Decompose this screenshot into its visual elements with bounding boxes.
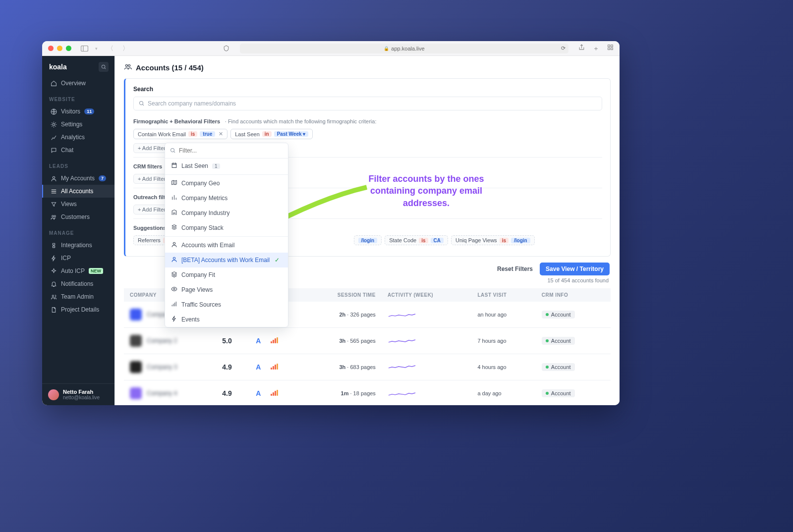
filter-icon <box>50 201 57 208</box>
column-header[interactable]: LAST VISIT <box>471 288 535 302</box>
session-time: 3h · 565 pages <box>303 328 382 354</box>
dropdown-item-company-metrics[interactable]: Company Metrics <box>165 191 288 206</box>
save-view-button[interactable]: Save View / Territory <box>540 263 610 275</box>
sidebar-item-customers[interactable]: Customers <box>42 211 114 223</box>
chat-icon <box>50 147 57 154</box>
dropdown-item-company-industry[interactable]: Company Industry <box>165 206 288 220</box>
svg-line-13 <box>174 152 175 153</box>
crm-status-pill[interactable]: Account <box>542 363 575 371</box>
filter-chip[interactable]: Contain Work Email is true ✕ <box>133 129 227 139</box>
company-logo <box>130 361 142 373</box>
fit-score: 4.9 <box>222 363 231 371</box>
column-header[interactable]: CRM INFO <box>536 288 611 302</box>
intent-grade: A <box>256 389 261 397</box>
sidebar-item-views[interactable]: Views <box>42 198 114 211</box>
window-controls[interactable] <box>48 46 71 51</box>
fit-score: 5.0 <box>222 337 231 345</box>
activity-sparkline <box>382 380 472 406</box>
table-row[interactable]: Company 4 4.9 A 1m · 18 pages a day ago … <box>124 380 611 406</box>
sidebar-item-auto-icp[interactable]: Auto ICP NEW <box>42 265 114 277</box>
bell-icon <box>50 280 57 287</box>
reset-filters-button[interactable]: Reset Filters <box>497 266 533 272</box>
filter-operator: in <box>262 131 272 137</box>
svg-line-11 <box>143 105 144 106</box>
back-icon[interactable]: 〈 <box>107 44 113 53</box>
new-tab-icon[interactable]: ＋ <box>593 44 599 53</box>
suggestion-chip[interactable]: State Code is CA <box>385 235 448 245</box>
brand-logo[interactable]: koala <box>49 63 67 71</box>
calendar-icon <box>171 162 177 170</box>
column-header[interactable]: SESSION TIME <box>303 288 382 302</box>
sidebar-item-label: My Accounts <box>61 175 95 182</box>
sidebar-item-notifications[interactable]: Notifications <box>42 277 114 290</box>
list-icon <box>50 188 57 195</box>
spark-icon <box>171 316 177 323</box>
filter-dropdown[interactable]: Last Seen 1 Company Geo Company Metrics … <box>165 143 288 327</box>
share-icon[interactable] <box>578 44 585 53</box>
sidebar-item-chat[interactable]: Chat <box>42 144 114 157</box>
sidebar-item-team-admin[interactable]: Team Admin <box>42 290 114 303</box>
map-icon <box>171 179 177 187</box>
url-text: app.koala.live <box>391 46 424 52</box>
maximize-window-icon[interactable] <box>66 46 71 51</box>
dropdown-item-company-stack[interactable]: Company Stack <box>165 220 288 235</box>
dropdown-item-company-fit[interactable]: Company Fit <box>165 267 288 282</box>
filters-desc: · Find accounts which match the followin… <box>225 118 377 124</box>
dropdown-item-company-geo[interactable]: Company Geo <box>165 176 288 191</box>
sidebar-item-my-accounts[interactable]: My Accounts 7 <box>42 172 114 185</box>
sidebar-item-all-accounts[interactable]: All Accounts <box>42 185 114 198</box>
sidebar-item-project-details[interactable]: Project Details <box>42 303 114 316</box>
table-row[interactable]: Company 2 5.0 A 3h · 565 pages 7 hours a… <box>124 328 611 354</box>
sidebar-user[interactable]: Netto Farah netto@koala.live <box>42 383 114 405</box>
crm-status-pill[interactable]: Account <box>542 311 575 319</box>
dropdown-item-label: Page Views <box>181 286 213 293</box>
forward-icon[interactable]: 〉 <box>122 44 129 53</box>
filter-chip[interactable]: Last Seen in Past Week ▾ <box>230 129 313 139</box>
remove-filter-icon[interactable]: ✕ <box>218 131 223 137</box>
dropdown-item-last-seen[interactable]: Last Seen 1 <box>165 159 288 173</box>
sidebar-item-label: Analytics <box>61 134 85 141</box>
column-header[interactable]: ACTIVITY (WEEK) <box>382 288 472 302</box>
sidebar-item-integrations[interactable]: Integrations <box>42 239 114 252</box>
chevron-down-icon[interactable]: ▾ <box>92 45 100 53</box>
crm-status-pill[interactable]: Account <box>542 337 575 345</box>
filter-operator: is <box>188 131 197 137</box>
sidebar-item-icp[interactable]: ICP <box>42 252 114 265</box>
bolt-icon <box>50 255 57 262</box>
shield-icon[interactable] <box>222 45 230 53</box>
company-logo <box>130 335 142 347</box>
sidebar-item-overview[interactable]: Overview <box>42 77 114 90</box>
crm-status-pill[interactable]: Account <box>542 389 575 397</box>
new-badge: NEW <box>89 268 103 274</box>
sidebar-search-button[interactable] <box>99 62 109 72</box>
dropdown-item-page-views[interactable]: Page Views <box>165 282 288 297</box>
company-search-input[interactable]: Search company names/domains <box>133 97 602 110</box>
dropdown-item--beta-accounts-with-work-email[interactable]: [BETA] Accounts with Work Email ✓ <box>165 253 288 267</box>
sidebar-item-analytics[interactable]: Analytics <box>42 131 114 144</box>
sidebar-item-label: Visitors <box>61 108 80 115</box>
signal-icon <box>171 301 177 309</box>
minimize-window-icon[interactable] <box>57 46 62 51</box>
reload-icon[interactable]: ⟳ <box>561 45 566 52</box>
table-row[interactable]: Company 3 4.9 A 3h · 683 pages 4 hours a… <box>124 354 611 380</box>
dropdown-item-events[interactable]: Events <box>165 312 288 327</box>
sidebar-item-settings[interactable]: Settings <box>42 118 114 131</box>
activity-sparkline <box>382 328 472 354</box>
dropdown-filter-input[interactable] <box>179 147 283 154</box>
intent-bars-icon <box>271 337 278 343</box>
sidebar-item-label: Settings <box>61 121 82 128</box>
person-icon <box>171 256 177 264</box>
dropdown-item-label: Last Seen <box>181 162 208 169</box>
sidebar-item-visitors[interactable]: Visitors 11 <box>42 105 114 118</box>
suggestion-chip[interactable]: Uniq Page Views is /login <box>451 235 535 245</box>
dropdown-item-traffic-sources[interactable]: Traffic Sources <box>165 297 288 312</box>
stack-icon <box>171 224 177 232</box>
close-window-icon[interactable] <box>48 46 54 51</box>
intent-grade: A <box>256 337 261 345</box>
sidebar-item-label: Auto ICP <box>61 267 85 274</box>
suggestions-label: Suggestions <box>133 225 166 231</box>
sidebar-toggle-icon[interactable] <box>80 45 88 53</box>
tabs-icon[interactable] <box>607 44 614 53</box>
address-bar[interactable]: 🔒 app.koala.live ⟳ <box>240 44 568 53</box>
dropdown-item-accounts-with-email[interactable]: Accounts with Email <box>165 238 288 253</box>
